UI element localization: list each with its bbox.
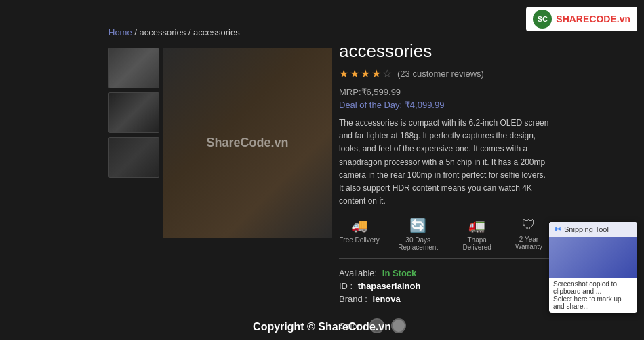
free-delivery-label: Free Delivery xyxy=(339,236,379,244)
mrp-price: MRP:₹6,599.99 xyxy=(339,87,549,97)
review-count: (23 customer reviews) xyxy=(397,69,484,79)
star-4: ★ xyxy=(371,67,381,80)
snipping-tool-body-2: Select here to mark up and share... xyxy=(553,295,633,310)
snipping-tool-title: Snipping Tool xyxy=(564,225,609,233)
watermark: ShareCode.vn xyxy=(206,136,288,150)
warranty-label: 2 Year Warranty xyxy=(508,235,549,250)
product-description: The accessories is compact with its 6.2-… xyxy=(339,117,549,208)
availability: Available: In Stock xyxy=(339,268,549,278)
thumbnail-2[interactable] xyxy=(108,92,159,133)
rating-row: ★ ★ ★ ★ ☆ (23 customer reviews) xyxy=(339,67,549,80)
thumbnail-gallery xyxy=(108,48,159,178)
product-details: accessories ★ ★ ★ ★ ☆ (23 customer revie… xyxy=(339,41,549,340)
snipping-tool-header: ✂ Snipping Tool xyxy=(549,222,637,237)
star-2: ★ xyxy=(350,67,359,80)
thumbnail-3[interactable] xyxy=(108,137,159,178)
snipping-tool-icon: ✂ xyxy=(555,225,561,234)
thumbnail-1[interactable] xyxy=(108,48,159,88)
star-5: ☆ xyxy=(382,67,392,80)
replacement-icon: 🔄 xyxy=(409,217,426,233)
replacement-label: 30 Days Replacement xyxy=(390,236,445,251)
feature-replacement: 🔄 30 Days Replacement xyxy=(390,217,445,251)
features-row: 🚚 Free Delivery 🔄 30 Days Replacement 🚛 … xyxy=(339,217,549,259)
star-rating: ★ ★ ★ ★ ☆ xyxy=(339,67,392,80)
feature-free-delivery: 🚚 Free Delivery xyxy=(339,217,380,251)
snipping-tool-preview xyxy=(549,237,637,278)
deal-price: Deal of the Day: ₹4,099.99 xyxy=(339,100,549,110)
product-id: ID : thapaserialnoh xyxy=(339,281,549,291)
logo-icon: SC xyxy=(533,10,552,29)
breadcrumb: Home / accessories / accessories xyxy=(108,27,240,37)
footer-copyright: Copyright © ShareCode.vn xyxy=(0,321,644,333)
logo-container: SC SHARECODE.vn xyxy=(526,7,637,31)
product-brand: Brand : lenova xyxy=(339,294,549,304)
warranty-icon: 🛡 xyxy=(522,217,536,233)
feature-warranty: 🛡 2 Year Warranty xyxy=(508,217,549,251)
breadcrumb-home[interactable]: Home xyxy=(108,27,132,37)
product-title: accessories xyxy=(339,41,549,62)
snipping-tool-body: Screenshot copied to clipboard and ... S… xyxy=(549,278,637,313)
delivered-icon: 🚛 xyxy=(468,217,485,233)
main-product-image: ShareCode.vn xyxy=(163,48,332,238)
free-delivery-icon: 🚚 xyxy=(351,217,368,233)
delivered-label: Thapa Delivered xyxy=(456,236,498,251)
feature-delivered: 🚛 Thapa Delivered xyxy=(456,217,498,251)
snipping-tool-popup: ✂ Snipping Tool Screenshot copied to cli… xyxy=(549,222,637,313)
star-1: ★ xyxy=(339,67,348,80)
logo-text: SHARECODE.vn xyxy=(556,14,630,24)
snipping-tool-body-1: Screenshot copied to clipboard and ... xyxy=(553,280,633,295)
star-3: ★ xyxy=(361,67,370,80)
divider xyxy=(339,311,549,311)
